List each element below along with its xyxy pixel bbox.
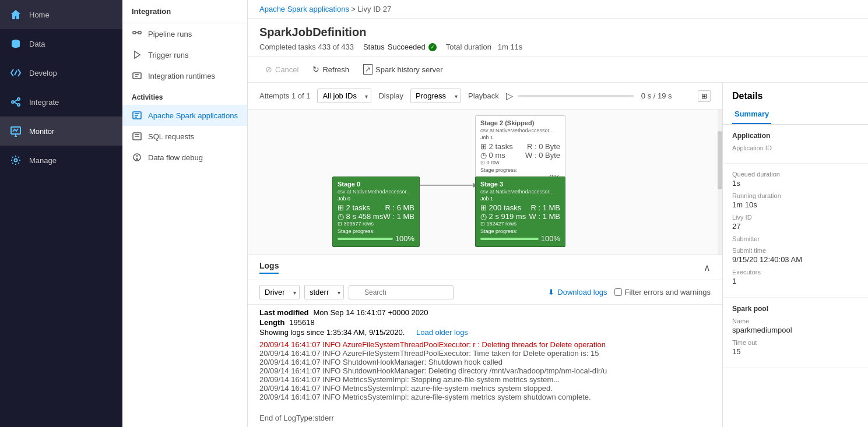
download-logs-button[interactable]: ⬇ Download logs [548,288,607,297]
graph-scrollbar[interactable] [718,110,722,255]
showing-text: Showing logs since 1:35:34 AM, 9/15/2020… [259,328,405,337]
trigger-icon [132,50,142,60]
livy-id-value: 27 [732,222,859,231]
total-duration-label: Total duration [446,43,491,51]
stage3-title: Stage 3 [480,181,560,188]
search-wrapper [349,285,454,299]
home-label: Home [29,10,50,19]
stage2-subtitle: csv at NativeMethodAccessor... [480,128,560,133]
expand-button[interactable]: ⊞ [698,90,711,102]
nav-item-develop[interactable]: Develop [0,58,122,87]
running-duration-row: Running duration 1m 10s [732,192,859,209]
details-tab-summary[interactable]: Summary [732,105,771,124]
details-timing-section: Queued duration 1s Running duration 1m 1… [723,164,868,298]
application-id-label: Application ID [732,144,859,151]
submit-time-value: 9/15/20 12:40:03 AM [732,255,859,264]
svg-point-27 [136,158,138,160]
stage-node-stage3[interactable]: Stage 3 csv at NativeMethodAccessor... J… [475,177,565,247]
total-duration: Total duration 1m 11s [446,43,523,51]
status-label: Status [363,43,385,51]
driver-select-wrapper: Driver [259,285,300,299]
stage0-title: Stage 0 [338,181,414,188]
load-older-logs-link[interactable]: Load older logs [416,328,468,337]
integration-runtimes-label: Integration runtimes [148,72,215,80]
stage3-pct: 100% [541,234,560,243]
details-panel: Details Summary Application Application … [722,83,868,427]
time-separator: / [653,91,658,100]
executors-label: Executors [732,269,859,276]
submitter-row: Submitter [732,235,859,242]
sidebar-item-trigger-runs[interactable]: Trigger runs [122,44,247,65]
data-flow-debug-label: Data flow debug [148,153,203,162]
playback-slider[interactable] [518,95,634,97]
running-duration-value: 1m 10s [732,200,859,209]
main-panel: Attempts 1 of 1 All job IDs Display Prog… [248,83,722,427]
cancel-icon: ⊘ [265,65,272,74]
refresh-button[interactable]: ↻ Refresh [307,62,355,77]
sidebar-item-apache-spark[interactable]: Apache Spark applications [122,105,247,126]
sidebar-item-sql-requests[interactable]: SQL requests [122,126,247,147]
nav-item-data[interactable]: Data [0,29,122,58]
nav-item-integrate[interactable]: Integrate [0,87,122,117]
sidebar-item-integration-runtimes[interactable]: Integration runtimes [122,65,247,86]
stderr-select[interactable]: stderr [304,285,344,299]
stage2-title: Stage 2 (Skipped) [480,119,560,126]
sidebar-item-data-flow-debug[interactable]: Data flow debug [122,147,247,168]
logs-actions: ⬇ Download logs Filter errors and warnin… [548,288,711,297]
stage0-time: ◷ 8 s 458 ms [338,212,383,221]
application-section-title: Application [732,132,859,140]
cancel-label: Cancel [275,65,298,74]
filter-label: Filter errors and warnings [625,288,711,297]
details-application-section: Application Application ID [723,125,868,164]
stage-node-stage2[interactable]: Stage 2 (Skipped) csv at NativeMethodAcc… [475,115,565,186]
svg-point-2 [12,101,14,103]
sidebar-item-pipeline-runs[interactable]: Pipeline runs [122,23,247,44]
stage3-tasks: ⊞ 200 tasks [480,203,521,212]
graph-area: Stage 2 (Skipped) csv at NativeMethodAcc… [248,110,722,255]
display-select[interactable]: Progress [410,89,461,103]
status-value: Succeeded [388,43,426,51]
stage3-rows: ⊡ 152427 rows [480,221,560,227]
filter-errors-checkbox[interactable] [614,288,622,296]
integrate-icon [9,96,22,108]
log-search-input[interactable] [349,285,454,299]
stage0-read: R : 6 MB [385,203,414,212]
stage2-progress-label: Stage progress: [480,167,560,173]
toolbar: ⊘ Cancel ↻ Refresh ↗ Spark history serve… [248,57,868,83]
attempts-label: Attempts 1 of 1 [259,91,310,100]
breadcrumb-parent[interactable]: Apache Spark applications [259,5,349,13]
driver-select[interactable]: Driver [259,285,300,299]
page-meta: Completed tasks 433 of 433 Status Succee… [259,43,856,51]
job-ids-select[interactable]: All job IDs [317,89,371,103]
length-label: Length [259,318,284,327]
cancel-button[interactable]: ⊘ Cancel [259,62,304,77]
manage-icon [9,154,22,167]
logs-header[interactable]: Logs ∧ [248,255,722,280]
pipeline-icon [132,29,142,39]
display-label: Display [378,91,403,100]
stage0-rows: ⊡ 309577 rows [338,221,414,227]
submit-time-row: Submit time 9/15/20 12:40:03 AM [732,247,859,264]
download-icon: ⬇ [548,288,554,297]
nav-item-home[interactable]: Home [0,0,122,29]
home-icon [9,8,22,21]
submit-time-label: Submit time [732,247,859,254]
stage0-progress-label: Stage progress: [338,228,414,234]
stage3-time: ◷ 2 s 919 ms [480,212,526,221]
sql-requests-label: SQL requests [148,132,194,141]
svg-rect-11 [133,31,136,34]
content-with-details: Attempts 1 of 1 All job IDs Display Prog… [248,83,868,427]
spark-history-button[interactable]: ↗ Spark history server [357,61,449,77]
length-value: 195618 [289,318,314,327]
stage-node-stage0[interactable]: Stage 0 csv at NativeMethodAccessor... J… [332,177,420,247]
play-button[interactable]: ▷ [506,90,513,101]
stage2-time: ◷ 0 ms [480,151,505,160]
nav-item-manage[interactable]: Manage [0,146,122,175]
nav-item-monitor[interactable]: Monitor [0,117,122,146]
submitter-label: Submitter [732,235,859,242]
logs-collapse-button[interactable]: ∧ [704,262,711,273]
develop-icon [9,66,22,79]
filter-errors-label: Filter errors and warnings [614,288,711,297]
sql-icon [132,131,142,142]
stage0-job: Job 0 [338,196,414,202]
